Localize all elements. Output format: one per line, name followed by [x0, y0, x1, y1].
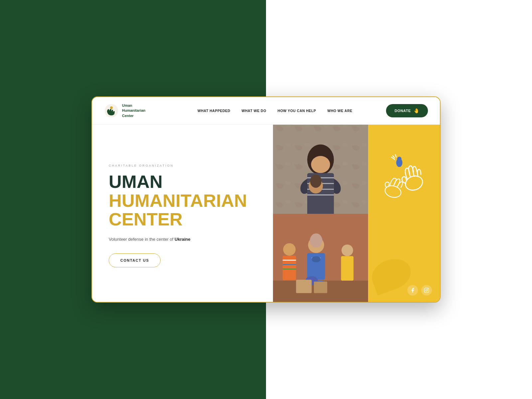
- logo-icon: [104, 103, 119, 118]
- instagram-icon[interactable]: [421, 285, 432, 296]
- svg-point-6: [311, 156, 330, 173]
- navbar: Uman Humanitarian Center WHAT HAPPEDED W…: [92, 97, 440, 125]
- svg-rect-22: [283, 256, 296, 280]
- main-content: CHARITABLE ORGANIZATION UMAN HUMANITARIA…: [92, 125, 440, 303]
- left-panel: CHARITABLE ORGANIZATION UMAN HUMANITARIA…: [92, 125, 273, 303]
- donate-label: DONATE: [395, 109, 411, 113]
- illustration-area: [368, 125, 440, 232]
- contact-us-button[interactable]: CONTACT US: [109, 253, 161, 267]
- browser-window: Uman Humanitarian Center WHAT HAPPEDED W…: [91, 96, 441, 303]
- nav-who-we-are[interactable]: WHO WE ARE: [328, 109, 352, 113]
- social-icons: [407, 285, 432, 296]
- svg-rect-28: [296, 280, 312, 293]
- nav-what-we-do[interactable]: WHAT WE DO: [242, 109, 266, 113]
- subtitle: Volunteer defense in the center of Ukrai…: [109, 236, 256, 243]
- donate-hand-icon: 🤚: [414, 108, 420, 113]
- photo-bottom: [273, 214, 368, 303]
- svg-point-13: [310, 175, 322, 188]
- logo-text: Uman Humanitarian Center: [122, 103, 145, 118]
- title-yellow: HUMANITARIAN CENTER: [109, 191, 256, 229]
- photo-bottom-image: [273, 214, 368, 303]
- svg-rect-27: [341, 256, 354, 281]
- title-dark: UMAN: [109, 173, 256, 191]
- svg-point-39: [426, 290, 427, 291]
- donate-button[interactable]: DONATE 🤚: [386, 104, 428, 117]
- logo-area: Uman Humanitarian Center: [104, 103, 164, 118]
- nav-links: WHAT HAPPEDED WHAT WE DO HOW YOU CAN HEL…: [164, 109, 386, 113]
- svg-point-30: [312, 256, 321, 262]
- subtitle-bold: Ukraine: [175, 237, 191, 242]
- nav-how-you-can-help[interactable]: HOW YOU CAN HELP: [278, 109, 316, 113]
- yellow-panel: [368, 125, 440, 303]
- photo-top-image: [273, 125, 368, 214]
- svg-point-32: [397, 157, 401, 161]
- svg-point-37: [384, 184, 402, 199]
- svg-line-34: [393, 156, 395, 158]
- photo-top: [273, 125, 368, 214]
- svg-line-35: [395, 155, 396, 157]
- right-panel: [273, 125, 440, 303]
- svg-rect-38: [424, 288, 429, 293]
- hand-illustration-svg: [379, 153, 429, 203]
- svg-point-40: [428, 289, 428, 290]
- facebook-icon[interactable]: [407, 285, 418, 296]
- nav-what-happened[interactable]: WHAT HAPPEDED: [198, 109, 230, 113]
- photos-section: [273, 125, 368, 303]
- svg-point-26: [341, 245, 353, 256]
- charity-label: CHARITABLE ORGANIZATION: [109, 164, 256, 167]
- svg-point-1: [110, 106, 113, 109]
- svg-point-21: [283, 243, 296, 256]
- svg-point-17: [310, 233, 323, 248]
- svg-rect-29: [314, 282, 327, 293]
